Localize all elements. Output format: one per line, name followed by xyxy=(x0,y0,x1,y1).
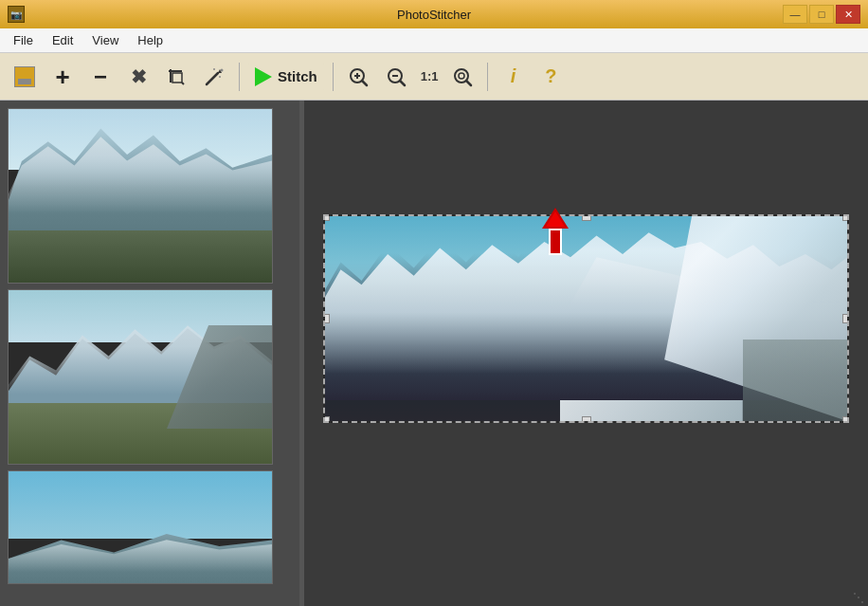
remove-photo-button[interactable]: − xyxy=(83,60,118,94)
minus-icon: − xyxy=(94,65,107,88)
handle-top-middle[interactable] xyxy=(582,214,591,221)
svg-line-14 xyxy=(400,81,405,85)
canvas-area[interactable]: ⋱ xyxy=(304,101,868,606)
stitch-label: Stitch xyxy=(278,68,317,84)
x-icon: ✖ xyxy=(131,65,147,88)
thumbnail-2[interactable] xyxy=(8,289,273,465)
save-button[interactable] xyxy=(8,60,42,94)
info-icon: i xyxy=(511,65,516,87)
handle-bottom-left[interactable] xyxy=(323,416,330,423)
handle-middle-left[interactable] xyxy=(323,314,330,323)
zoom-out-icon xyxy=(386,66,407,87)
zoom-fit-icon xyxy=(452,66,473,87)
toolbar-separator-3 xyxy=(487,63,488,91)
svg-point-16 xyxy=(459,73,464,79)
close-button[interactable]: ✕ xyxy=(836,5,860,24)
handle-bottom-middle[interactable] xyxy=(582,416,591,423)
zoom-fit-button[interactable] xyxy=(445,60,479,94)
window-title: PhotoStitcher xyxy=(397,8,471,22)
help-icon: ? xyxy=(545,65,556,87)
svg-rect-2 xyxy=(172,73,182,83)
zoom-in-icon xyxy=(348,66,369,87)
svg-line-17 xyxy=(466,81,471,85)
auto-adjust-button[interactable] xyxy=(197,60,231,94)
zoom-100-label: 1:1 xyxy=(421,69,439,83)
zoom-in-button[interactable] xyxy=(341,60,375,94)
zoom-100-button[interactable]: 1:1 xyxy=(417,60,443,94)
svg-point-5 xyxy=(221,68,224,71)
thumbnail-list xyxy=(0,101,299,606)
crop-icon xyxy=(165,65,188,88)
play-icon xyxy=(255,67,272,86)
thumbnail-3[interactable] xyxy=(8,470,273,584)
svg-line-3 xyxy=(182,83,184,84)
menu-view[interactable]: View xyxy=(82,31,128,49)
panorama-image xyxy=(325,216,847,421)
toolbar: + − ✖ Stitch xyxy=(0,53,868,101)
app-icon: 📷 xyxy=(8,6,25,23)
title-bar: 📷 PhotoStitcher — □ ✕ xyxy=(0,0,868,28)
toolbar-separator-1 xyxy=(239,63,240,91)
thumbnail-1[interactable] xyxy=(8,108,273,284)
handle-top-left[interactable] xyxy=(323,214,330,221)
svg-point-7 xyxy=(213,68,215,70)
svg-point-6 xyxy=(219,76,221,78)
handle-top-right[interactable] xyxy=(842,214,849,221)
menu-help[interactable]: Help xyxy=(128,31,172,49)
info-button[interactable]: i xyxy=(496,60,530,94)
menu-edit[interactable]: Edit xyxy=(43,31,82,49)
svg-line-11 xyxy=(362,81,367,85)
delete-button[interactable]: ✖ xyxy=(121,60,155,94)
main-content: ⋱ xyxy=(0,101,868,606)
menu-file[interactable]: File xyxy=(4,31,43,49)
window-controls: — □ ✕ xyxy=(783,5,860,24)
zoom-out-button[interactable] xyxy=(379,60,413,94)
maximize-button[interactable]: □ xyxy=(809,5,834,24)
add-photo-button[interactable]: + xyxy=(45,60,80,94)
stitch-button[interactable]: Stitch xyxy=(247,64,325,90)
handle-middle-right[interactable] xyxy=(842,314,849,323)
thumbnail-panel xyxy=(0,101,299,606)
toolbar-separator-2 xyxy=(333,63,334,91)
save-icon xyxy=(14,66,35,87)
panorama-preview[interactable] xyxy=(323,214,849,423)
resize-handle[interactable]: ⋱ xyxy=(853,591,864,604)
add-icon: + xyxy=(55,64,69,89)
wand-icon xyxy=(203,65,226,88)
crop-button[interactable] xyxy=(159,60,193,94)
help-button[interactable]: ? xyxy=(533,60,568,94)
menu-bar: File Edit View Help xyxy=(0,28,868,53)
minimize-button[interactable]: — xyxy=(783,5,807,24)
handle-bottom-right[interactable] xyxy=(842,416,849,423)
